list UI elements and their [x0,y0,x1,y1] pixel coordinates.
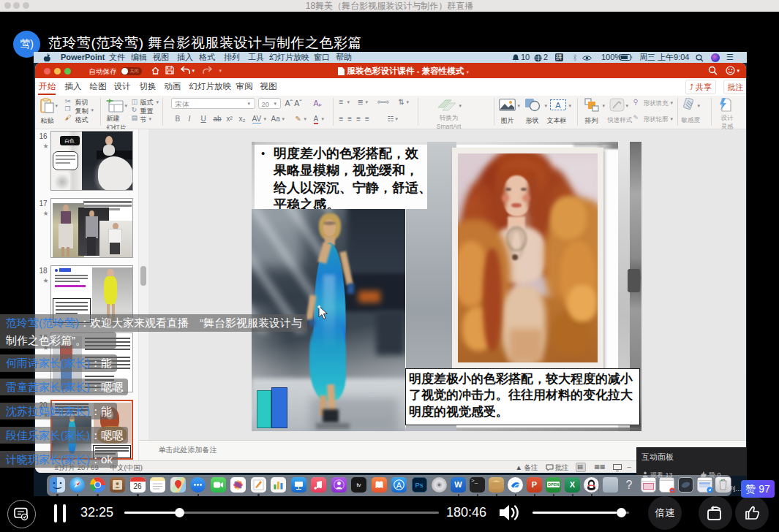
svg-text:A: A [396,481,402,490]
svg-text:A: A [555,101,561,110]
